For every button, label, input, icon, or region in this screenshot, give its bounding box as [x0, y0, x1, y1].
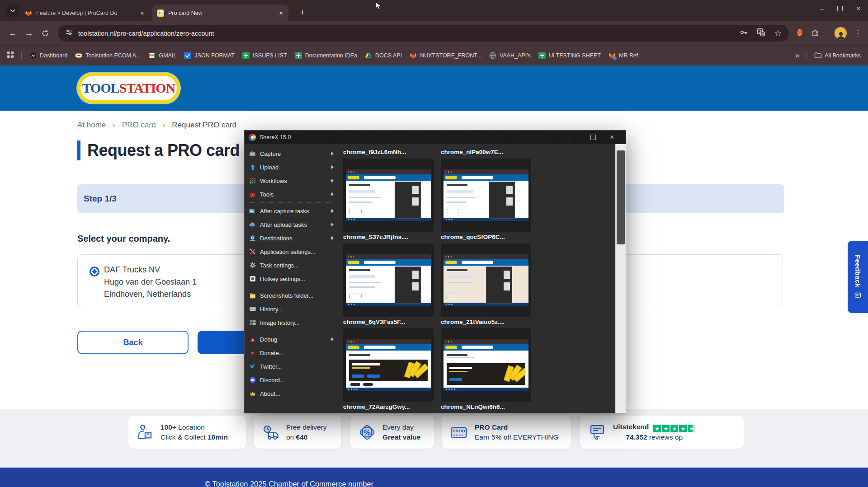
forward-icon[interactable]: →	[23, 27, 35, 40]
screenshot-thumbnail[interactable]: chrome_21tVaiuo5z....	[441, 318, 531, 402]
menu-item-discord[interactable]: Discord...	[245, 373, 339, 387]
site-settings-sliders-icon[interactable]	[65, 28, 73, 38]
browser-toolbar: ← → toolstation.nl/pro-card/application/…	[0, 21, 868, 45]
menu-item-screenshots-folder[interactable]: Screenshots folder...	[245, 289, 339, 302]
bookmark-item-vaah-api[interactable]: VAAH_API's	[489, 52, 531, 59]
screenshot-thumbnail[interactable]: chrome_S37cJRjfns....	[343, 234, 434, 317]
site-header: TOOLSTATION	[0, 66, 868, 111]
bookmark-item-dashboard[interactable]: Dashboard	[29, 52, 67, 59]
close-tab-icon[interactable]: ×	[278, 9, 284, 16]
menu-item-donate[interactable]: ♥ Donate...	[245, 346, 339, 360]
bookmark-item-ui-testing[interactable]: UI TESTING SHEET	[538, 52, 601, 59]
close-window-icon[interactable]: ×	[603, 131, 622, 144]
back-icon[interactable]: ←	[6, 27, 19, 40]
breadcrumb-home-link[interactable]: At home	[77, 121, 106, 130]
sharex-titlebar[interactable]: ShareX 15.0 – ×	[245, 131, 626, 144]
gear-icon	[249, 262, 256, 269]
browser-menu-dots-icon[interactable]: ⋮	[854, 28, 862, 38]
menu-item-capture[interactable]: Capture	[245, 147, 339, 160]
apps-grid-icon[interactable]	[7, 52, 14, 60]
gitlab-mr-icon	[609, 52, 616, 59]
bookmark-item-mr-ref[interactable]: MR Ref	[609, 52, 638, 59]
menu-item-after-capture-tasks[interactable]: After capture tasks	[245, 204, 339, 218]
menu-item-history[interactable]: History...	[245, 302, 339, 316]
select-company-label: Select your company.	[77, 234, 170, 244]
browser-tab-procard[interactable]: Pro card New ×	[152, 5, 288, 21]
screenshot-thumbnail[interactable]: chrome_72AarzgGwy...	[343, 403, 434, 413]
bookmark-item-docs-api[interactable]: DOCS API	[365, 52, 402, 59]
submenu-arrow-icon	[331, 209, 334, 213]
company-details: DAF Trucks NV Hugo van der Goeslaan 1 Ei…	[104, 264, 197, 300]
menu-item-hotkey-settings[interactable]: Hotkey settings...	[245, 272, 339, 286]
minimize-window-icon[interactable]: –	[820, 5, 824, 12]
menu-item-about[interactable]: About...	[245, 387, 339, 400]
submenu-arrow-icon	[331, 152, 334, 155]
menu-item-tools[interactable]: Tools	[245, 187, 339, 201]
menu-item-upload[interactable]: Upload	[245, 160, 339, 174]
company-city: Eindhoven, Netherlands	[104, 288, 197, 300]
bookmark-item-gmail[interactable]: GMAIL	[148, 52, 176, 59]
sharex-window-title: ShareX 15.0	[259, 134, 291, 140]
new-tab-button[interactable]: +	[297, 7, 308, 18]
toolbar-extensions-cluster: ⋮	[795, 27, 862, 40]
menu-item-after-upload-tasks[interactable]: After upload tasks	[245, 218, 339, 231]
bookmark-item-json-format[interactable]: JSON FORMAT	[184, 52, 235, 59]
company-radio-selected[interactable]	[90, 267, 99, 276]
menu-item-task-settings[interactable]: Task settings...	[245, 258, 339, 272]
menu-item-twitter[interactable]: Twitter...	[245, 360, 339, 373]
bookmark-star-icon[interactable]: ☆	[774, 29, 782, 37]
password-key-icon[interactable]	[740, 28, 748, 38]
submenu-arrow-icon	[331, 223, 334, 226]
menu-item-destinations[interactable]: Destinations	[245, 231, 339, 245]
tab-search-chevron-icon[interactable]	[6, 5, 19, 17]
minimize-window-icon[interactable]: –	[565, 131, 584, 144]
bookmark-item-toolstation-ecom[interactable]: Toolstation ECOM A...	[75, 52, 141, 59]
bookmark-item-nuxtstore[interactable]: NUXTSTORE_FRONT...	[410, 52, 481, 59]
screenshot-thumbnail[interactable]: chrome_6qV3Fss5F...	[343, 318, 434, 402]
screenshot-thumbnail[interactable]: chrome_nIPa00w7E...	[441, 149, 531, 232]
close-tab-icon[interactable]: ×	[139, 9, 145, 16]
site-footer: © Toolstation 2025 Chamber of Commerce n…	[0, 468, 868, 487]
bookmark-item-issues-list[interactable]: ISSUES LIST	[242, 52, 287, 59]
browser-window-controls: – ×	[820, 2, 861, 15]
folder-icon	[249, 292, 256, 299]
history-icon	[249, 306, 256, 313]
extensions-puzzle-icon[interactable]	[811, 28, 820, 39]
submenu-arrow-icon	[331, 165, 334, 169]
reload-icon[interactable]	[39, 27, 52, 40]
screenshot-thumbnail[interactable]: chrome_qocSfOP6C...	[441, 234, 531, 317]
browser-tab-gitlab[interactable]: Feature > Develop | ProCard Do ×	[20, 5, 150, 21]
close-window-icon[interactable]: ×	[856, 4, 861, 13]
menu-item-workflows[interactable]: Workflows	[245, 174, 339, 187]
maximize-window-icon[interactable]	[584, 131, 603, 144]
gitlab-extension-icon[interactable]	[795, 28, 804, 39]
feature-great-value: % Every day Great value	[350, 416, 434, 449]
all-bookmarks-button[interactable]: All Bookmarks	[814, 52, 861, 59]
toolstation-logo[interactable]: TOOLSTATION	[77, 73, 180, 103]
sharex-window[interactable]: ShareX 15.0 – × Capture Upload Workflows	[244, 130, 626, 413]
menu-item-application-settings[interactable]: Application settings...	[245, 245, 339, 258]
svg-text:%: %	[363, 428, 371, 437]
maximize-window-icon[interactable]	[837, 6, 843, 11]
copyright-text: © Toolstation 2025 Chamber of Commerce n…	[205, 480, 373, 487]
page-title-row: Request a PRO card	[77, 140, 240, 160]
profile-avatar[interactable]	[834, 27, 847, 40]
translate-icon[interactable]	[757, 28, 765, 38]
url-text: toolstation.nl/pro-card/application/zero…	[78, 30, 214, 37]
pro-card-icon: PROO	[449, 423, 469, 442]
bookmarks-overflow-icon[interactable]: »	[795, 52, 799, 60]
url-address-bar[interactable]: toolstation.nl/pro-card/application/zero…	[58, 25, 789, 42]
menu-item-image-history[interactable]: Image history...	[245, 316, 339, 329]
screenshot-thumbnail[interactable]: chrome_NLnQwi6h6...	[441, 403, 531, 413]
back-button[interactable]: Back	[77, 331, 189, 354]
scrollbar-thumb[interactable]	[617, 150, 625, 244]
title-accent-bar	[77, 140, 80, 160]
breadcrumb-procard-link[interactable]: PRO card	[122, 121, 156, 130]
feedback-tab[interactable]: Feedback	[848, 241, 868, 313]
breadcrumb-chevron-icon: ›	[163, 121, 165, 130]
thumbnail-scrollbar[interactable]	[615, 144, 626, 413]
bookmark-item-documentation[interactable]: Documentation IDEa	[295, 52, 357, 59]
screenshot-thumbnail[interactable]: chrome_f9JzL6mNh...	[343, 149, 434, 232]
twitter-bird-icon	[249, 363, 256, 370]
menu-item-debug[interactable]: Debug	[245, 332, 339, 346]
